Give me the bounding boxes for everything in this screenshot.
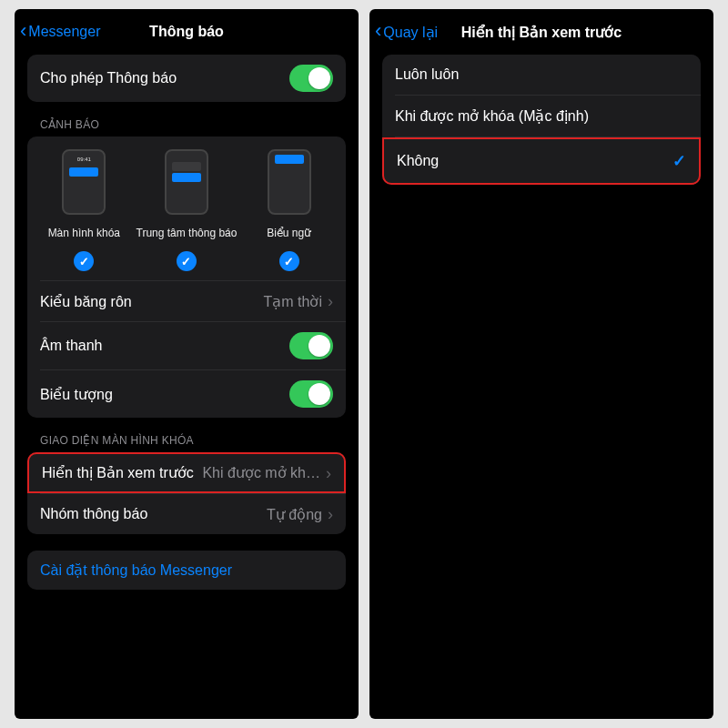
phone-left: ‹ Messenger Thông báo Cho phép Thông báo… [15, 9, 359, 719]
phone-right: ‹ Quay lại Hiển thị Bản xem trước Luôn l… [369, 9, 713, 719]
alert-opt-lockscreen[interactable]: Màn hình khóa ✓ [34, 149, 136, 271]
content-right: Luôn luôn Khi được mở khóa (Mặc định) Kh… [369, 51, 713, 719]
check-icon: ✓ [177, 251, 197, 271]
navbar: ‹ Messenger Thông báo [15, 9, 359, 51]
back-button[interactable]: ‹ Messenger [20, 23, 100, 41]
sounds-row[interactable]: Âm thanh [27, 322, 346, 369]
sounds-label: Âm thanh [40, 338, 102, 354]
content-left: Cho phép Thông báo CẢNH BÁO Màn hình khó… [15, 51, 359, 719]
option-always-label: Luôn luôn [395, 66, 459, 83]
badges-toggle[interactable] [289, 380, 333, 408]
chevron-right-icon: › [326, 465, 331, 481]
section-alerts-title: CẢNH BÁO [27, 118, 346, 136]
back-label: Messenger [28, 24, 100, 40]
sounds-toggle[interactable] [289, 332, 333, 359]
chevron-right-icon: › [328, 506, 333, 522]
navbar: ‹ Quay lại Hiển thị Bản xem trước [369, 9, 713, 51]
allow-label: Cho phép Thông báo [40, 70, 177, 86]
show-previews-row[interactable]: Hiển thị Bản xem trước Khi được mở kh… › [27, 452, 346, 493]
option-when-unlocked-label: Khi được mở khóa (Mặc định) [395, 107, 589, 125]
chevron-left-icon: ‹ [375, 21, 381, 41]
allow-notifications-row[interactable]: Cho phép Thông báo [27, 55, 346, 102]
grouping-row[interactable]: Nhóm thông báo Tự động › [27, 494, 346, 534]
chevron-right-icon: › [328, 293, 333, 309]
check-icon: ✓ [74, 251, 94, 271]
badges-label: Biểu tượng [40, 386, 113, 403]
banner-style-value: Tạm thời › [264, 293, 333, 310]
option-always[interactable]: Luôn luôn [382, 55, 701, 95]
option-when-unlocked[interactable]: Khi được mở khóa (Mặc định) [382, 96, 701, 136]
alert-opt-notification-center[interactable]: Trung tâm thông báo ✓ [136, 149, 238, 271]
grouping-value: Tự động › [267, 506, 333, 523]
messenger-settings-label: Cài đặt thông báo Messenger [40, 562, 232, 578]
alerts-group: Màn hình khóa ✓ Trung tâm thông báo ✓ Bi… [27, 136, 346, 418]
section-lockscreen-title: GIAO DIỆN MÀN HÌNH KHÓA [27, 434, 346, 452]
lockscreen-preview-icon [62, 149, 106, 215]
show-previews-label: Hiển thị Bản xem trước [42, 464, 194, 481]
allow-group: Cho phép Thông báo [27, 55, 346, 102]
notification-center-preview-icon [165, 149, 208, 215]
banner-preview-icon [268, 149, 311, 215]
preview-options-list: Luôn luôn Khi được mở khóa (Mặc định) Kh… [382, 55, 701, 185]
chevron-left-icon: ‹ [20, 21, 26, 41]
option-never[interactable]: Không ✓ [382, 137, 701, 185]
alert-opt-banners[interactable]: Biểu ngữ ✓ [238, 149, 340, 271]
lockscreen-group: Hiển thị Bản xem trước Khi được mở kh… ›… [27, 452, 346, 534]
allow-toggle[interactable] [289, 65, 333, 92]
opt-nc-label: Trung tâm thông báo [136, 220, 238, 246]
messenger-settings-link[interactable]: Cài đặt thông báo Messenger [27, 551, 346, 590]
grouping-label: Nhóm thông báo [40, 506, 147, 522]
show-previews-value: Khi được mở kh… › [202, 464, 331, 481]
back-button[interactable]: ‹ Quay lại [375, 23, 438, 41]
banner-style-label: Kiểu băng rôn [40, 293, 132, 310]
checkmark-icon: ✓ [672, 151, 686, 171]
back-label: Quay lại [383, 24, 438, 41]
alert-options: Màn hình khóa ✓ Trung tâm thông báo ✓ Bi… [27, 136, 346, 280]
opt-lock-label: Màn hình khóa [48, 220, 120, 246]
option-never-label: Không [397, 153, 439, 169]
opt-banner-label: Biểu ngữ [267, 220, 311, 246]
banner-style-row[interactable]: Kiểu băng rôn Tạm thời › [27, 281, 346, 321]
badges-row[interactable]: Biểu tượng [27, 370, 346, 418]
check-icon: ✓ [279, 251, 299, 271]
